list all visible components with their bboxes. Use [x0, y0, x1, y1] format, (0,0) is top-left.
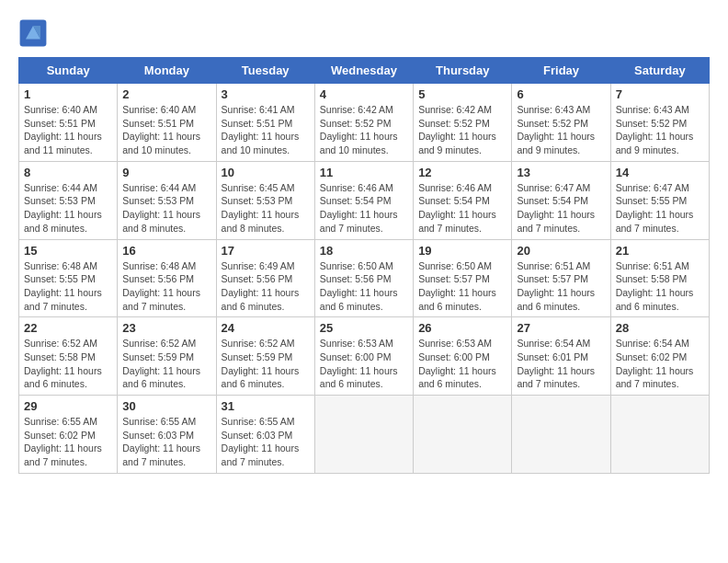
- calendar-cell: 11Sunrise: 6:46 AMSunset: 5:54 PMDayligh…: [314, 161, 413, 239]
- day-detail: Sunrise: 6:53 AMSunset: 6:00 PMDaylight:…: [418, 337, 506, 391]
- day-detail: Sunrise: 6:42 AMSunset: 5:52 PMDaylight:…: [418, 103, 506, 157]
- header-friday: Friday: [512, 58, 610, 84]
- day-number: 25: [320, 321, 408, 335]
- calendar-week-row: 8Sunrise: 6:44 AMSunset: 5:53 PMDaylight…: [19, 161, 710, 239]
- day-detail: Sunrise: 6:51 AMSunset: 5:57 PMDaylight:…: [517, 259, 605, 314]
- day-number: 20: [517, 244, 605, 258]
- calendar-cell: 9Sunrise: 6:44 AMSunset: 5:53 PMDaylight…: [118, 161, 216, 239]
- day-number: 11: [320, 166, 408, 179]
- calendar-cell: 27Sunrise: 6:54 AMSunset: 6:01 PMDayligh…: [512, 317, 610, 396]
- day-detail: Sunrise: 6:50 AMSunset: 5:57 PMDaylight:…: [418, 259, 506, 314]
- header-wednesday: Wednesday: [314, 58, 413, 84]
- day-detail: Sunrise: 6:43 AMSunset: 5:52 PMDaylight:…: [517, 103, 605, 157]
- day-number: 3: [222, 87, 310, 101]
- header-saturday: Saturday: [610, 58, 709, 84]
- day-detail: Sunrise: 6:48 AMSunset: 5:56 PMDaylight:…: [122, 259, 210, 314]
- header-tuesday: Tuesday: [216, 58, 314, 84]
- calendar-cell: 19Sunrise: 6:50 AMSunset: 5:57 PMDayligh…: [414, 239, 512, 317]
- day-detail: Sunrise: 6:53 AMSunset: 6:00 PMDaylight:…: [320, 337, 408, 391]
- calendar-cell: 13Sunrise: 6:47 AMSunset: 5:54 PMDayligh…: [512, 161, 610, 239]
- day-detail: Sunrise: 6:55 AMSunset: 6:02 PMDaylight:…: [24, 415, 112, 469]
- day-number: 2: [122, 87, 210, 101]
- day-detail: Sunrise: 6:52 AMSunset: 5:59 PMDaylight:…: [222, 337, 310, 391]
- calendar-cell: [414, 396, 512, 474]
- calendar-cell: 12Sunrise: 6:46 AMSunset: 5:54 PMDayligh…: [414, 161, 512, 239]
- calendar-cell: 1Sunrise: 6:40 AMSunset: 5:51 PMDaylight…: [19, 84, 118, 162]
- day-detail: Sunrise: 6:47 AMSunset: 5:54 PMDaylight:…: [517, 181, 605, 236]
- day-number: 10: [222, 166, 310, 179]
- day-number: 31: [222, 399, 310, 413]
- calendar-cell: 26Sunrise: 6:53 AMSunset: 6:00 PMDayligh…: [414, 317, 512, 396]
- calendar-cell: 31Sunrise: 6:55 AMSunset: 6:03 PMDayligh…: [216, 396, 314, 474]
- page-header: [18, 18, 710, 48]
- calendar-cell: 23Sunrise: 6:52 AMSunset: 5:59 PMDayligh…: [118, 317, 216, 396]
- day-detail: Sunrise: 6:54 AMSunset: 6:02 PMDaylight:…: [616, 337, 704, 391]
- logo: [18, 18, 53, 48]
- day-number: 15: [24, 244, 112, 258]
- header-thursday: Thursday: [414, 58, 512, 84]
- day-number: 18: [320, 244, 408, 258]
- calendar-cell: 4Sunrise: 6:42 AMSunset: 5:52 PMDaylight…: [314, 84, 413, 162]
- day-detail: Sunrise: 6:55 AMSunset: 6:03 PMDaylight:…: [222, 415, 310, 469]
- calendar-cell: 6Sunrise: 6:43 AMSunset: 5:52 PMDaylight…: [512, 84, 610, 162]
- header-monday: Monday: [118, 58, 216, 84]
- calendar-week-row: 22Sunrise: 6:52 AMSunset: 5:58 PMDayligh…: [19, 317, 710, 396]
- day-detail: Sunrise: 6:41 AMSunset: 5:51 PMDaylight:…: [222, 103, 310, 157]
- day-detail: Sunrise: 6:54 AMSunset: 6:01 PMDaylight:…: [517, 337, 605, 391]
- calendar-cell: 20Sunrise: 6:51 AMSunset: 5:57 PMDayligh…: [512, 239, 610, 317]
- calendar-header-row: SundayMondayTuesdayWednesdayThursdayFrid…: [19, 58, 710, 84]
- day-detail: Sunrise: 6:44 AMSunset: 5:53 PMDaylight:…: [122, 181, 210, 236]
- day-detail: Sunrise: 6:55 AMSunset: 6:03 PMDaylight:…: [122, 415, 210, 469]
- day-number: 22: [24, 321, 112, 335]
- day-number: 19: [418, 244, 506, 258]
- calendar-cell: 5Sunrise: 6:42 AMSunset: 5:52 PMDaylight…: [414, 84, 512, 162]
- day-number: 24: [222, 321, 310, 335]
- day-number: 16: [122, 244, 210, 258]
- calendar-table: SundayMondayTuesdayWednesdayThursdayFrid…: [18, 57, 710, 474]
- calendar-cell: 30Sunrise: 6:55 AMSunset: 6:03 PMDayligh…: [118, 396, 216, 474]
- calendar-cell: [512, 396, 610, 474]
- calendar-week-row: 29Sunrise: 6:55 AMSunset: 6:02 PMDayligh…: [19, 396, 710, 474]
- day-detail: Sunrise: 6:44 AMSunset: 5:53 PMDaylight:…: [24, 181, 112, 236]
- calendar-cell: 7Sunrise: 6:43 AMSunset: 5:52 PMDaylight…: [610, 84, 709, 162]
- calendar-cell: 17Sunrise: 6:49 AMSunset: 5:56 PMDayligh…: [216, 239, 314, 317]
- calendar-cell: 18Sunrise: 6:50 AMSunset: 5:56 PMDayligh…: [314, 239, 413, 317]
- day-number: 5: [418, 87, 506, 101]
- day-detail: Sunrise: 6:51 AMSunset: 5:58 PMDaylight:…: [616, 259, 704, 314]
- day-detail: Sunrise: 6:46 AMSunset: 5:54 PMDaylight:…: [320, 181, 408, 236]
- day-number: 13: [517, 166, 605, 179]
- day-detail: Sunrise: 6:40 AMSunset: 5:51 PMDaylight:…: [24, 103, 112, 157]
- calendar-cell: 15Sunrise: 6:48 AMSunset: 5:55 PMDayligh…: [19, 239, 118, 317]
- day-number: 9: [122, 166, 210, 179]
- calendar-cell: 24Sunrise: 6:52 AMSunset: 5:59 PMDayligh…: [216, 317, 314, 396]
- calendar-cell: 28Sunrise: 6:54 AMSunset: 6:02 PMDayligh…: [610, 317, 709, 396]
- day-number: 17: [222, 244, 310, 258]
- day-number: 21: [616, 244, 704, 258]
- day-number: 29: [24, 399, 112, 413]
- day-detail: Sunrise: 6:48 AMSunset: 5:55 PMDaylight:…: [24, 259, 112, 314]
- day-detail: Sunrise: 6:52 AMSunset: 5:59 PMDaylight:…: [122, 337, 210, 391]
- calendar-cell: 8Sunrise: 6:44 AMSunset: 5:53 PMDaylight…: [19, 161, 118, 239]
- calendar-cell: 22Sunrise: 6:52 AMSunset: 5:58 PMDayligh…: [19, 317, 118, 396]
- calendar-cell: 14Sunrise: 6:47 AMSunset: 5:55 PMDayligh…: [610, 161, 709, 239]
- day-detail: Sunrise: 6:43 AMSunset: 5:52 PMDaylight:…: [616, 103, 704, 157]
- day-number: 27: [517, 321, 605, 335]
- day-number: 4: [320, 87, 408, 101]
- day-number: 7: [616, 87, 704, 101]
- day-number: 1: [24, 87, 112, 101]
- calendar-cell: [314, 396, 413, 474]
- calendar-week-row: 15Sunrise: 6:48 AMSunset: 5:55 PMDayligh…: [19, 239, 710, 317]
- calendar-cell: 25Sunrise: 6:53 AMSunset: 6:00 PMDayligh…: [314, 317, 413, 396]
- logo-icon: [18, 18, 48, 48]
- day-detail: Sunrise: 6:45 AMSunset: 5:53 PMDaylight:…: [222, 181, 310, 236]
- day-detail: Sunrise: 6:40 AMSunset: 5:51 PMDaylight:…: [122, 103, 210, 157]
- calendar-cell: 3Sunrise: 6:41 AMSunset: 5:51 PMDaylight…: [216, 84, 314, 162]
- day-number: 23: [122, 321, 210, 335]
- day-detail: Sunrise: 6:52 AMSunset: 5:58 PMDaylight:…: [24, 337, 112, 391]
- calendar-cell: 10Sunrise: 6:45 AMSunset: 5:53 PMDayligh…: [216, 161, 314, 239]
- calendar-cell: 2Sunrise: 6:40 AMSunset: 5:51 PMDaylight…: [118, 84, 216, 162]
- day-number: 28: [616, 321, 704, 335]
- day-detail: Sunrise: 6:42 AMSunset: 5:52 PMDaylight:…: [320, 103, 408, 157]
- day-number: 30: [122, 399, 210, 413]
- day-number: 26: [418, 321, 506, 335]
